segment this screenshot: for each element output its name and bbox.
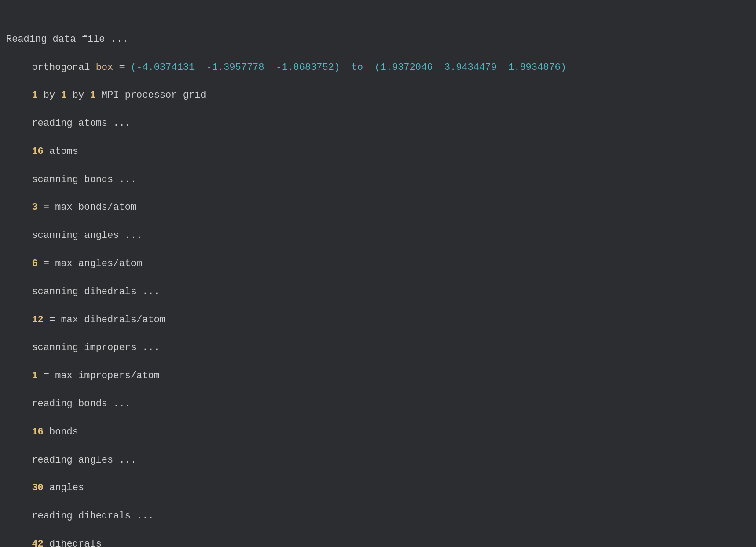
- line-dihedrals-count: 42 dihedrals: [6, 537, 750, 547]
- line-reading-dihedrals: reading dihedrals ...: [6, 509, 750, 523]
- line-mpi-grid: 1 by 1 by 1 MPI processor grid: [6, 88, 750, 102]
- line-scanning-angles: scanning angles ...: [6, 229, 750, 243]
- line-reading-bonds: reading bonds ...: [6, 397, 750, 411]
- line-scanning-impropers: scanning impropers ...: [6, 341, 750, 355]
- line-bonds-count: 16 bonds: [6, 425, 750, 439]
- line-max-dihedrals: 12 = max dihedrals/atom: [6, 313, 750, 327]
- line-scanning-dihedrals: scanning dihedrals ...: [6, 285, 750, 299]
- line-atoms-count: 16 atoms: [6, 145, 750, 159]
- line-reading-angles: reading angles ...: [6, 453, 750, 467]
- line-reading-data: Reading data file ...: [6, 33, 750, 47]
- line-angles-count: 30 angles: [6, 481, 750, 495]
- line-max-impropers: 1 = max impropers/atom: [6, 369, 750, 383]
- line-orthogonal-box: orthogonal box = (-4.0374131 -1.3957778 …: [6, 61, 750, 75]
- terminal-output: Reading data file ... orthogonal box = (…: [6, 4, 750, 547]
- line-max-angles: 6 = max angles/atom: [6, 257, 750, 271]
- line-reading-atoms: reading atoms ...: [6, 117, 750, 131]
- line-scanning-bonds: scanning bonds ...: [6, 173, 750, 187]
- line-max-bonds: 3 = max bonds/atom: [6, 201, 750, 215]
